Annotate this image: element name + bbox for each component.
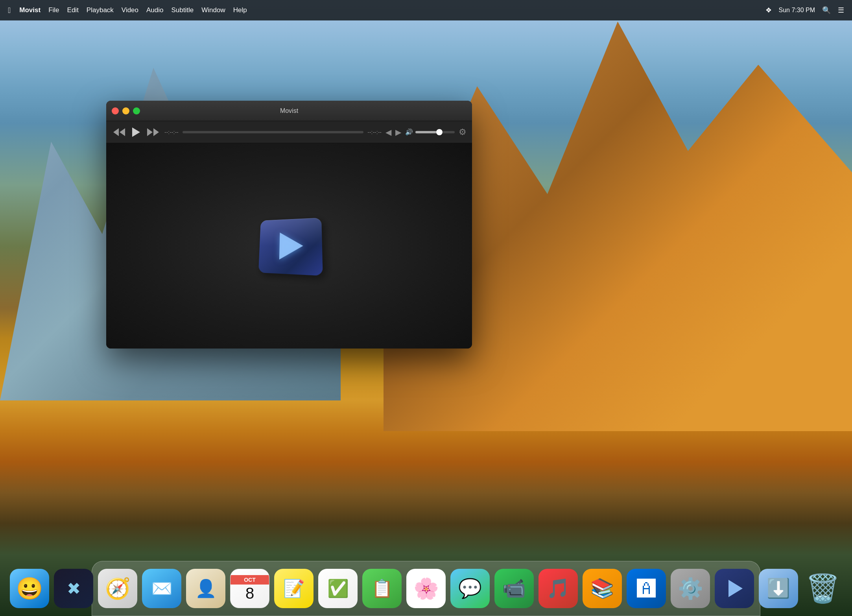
controls-bar: --:--:-- --:--:-- ◀ ▶ 🔊 ⚙ bbox=[106, 121, 472, 143]
dock-item-trash[interactable]: 🗑️ bbox=[803, 569, 842, 608]
list-icon[interactable]: ☰ bbox=[838, 6, 844, 15]
photos-icon: 🌸 bbox=[413, 577, 439, 601]
rewind-icon bbox=[113, 128, 125, 136]
dock-item-photos[interactable]: 🌸 bbox=[406, 569, 446, 608]
calendar-month: OCT bbox=[231, 575, 269, 585]
rewind-tri-1 bbox=[113, 128, 119, 136]
settings-button[interactable]: ⚙ bbox=[459, 127, 467, 137]
dock: 😀 ✖ 🧭 ✉️ 👤 OCT 8 📝 ✅ 📋 🌸 💬 📹 bbox=[92, 561, 760, 616]
books-icon: 📚 bbox=[590, 577, 614, 599]
title-bar: Movist bbox=[106, 101, 472, 121]
apple-menu[interactable]:  bbox=[8, 6, 11, 15]
fwd-tri-1 bbox=[147, 128, 153, 136]
rewind-tri-2 bbox=[120, 128, 125, 136]
movist-icon-play-triangle bbox=[279, 232, 303, 260]
mail-icon: ✉️ bbox=[151, 578, 173, 599]
dock-item-safari[interactable]: 🧭 bbox=[98, 569, 137, 608]
menu-playback[interactable]: Playback bbox=[87, 6, 114, 14]
reminders-icon: ✅ bbox=[327, 578, 349, 599]
finder-icon: 😀 bbox=[16, 576, 43, 601]
dock-item-movist[interactable] bbox=[715, 569, 754, 608]
facetime-icon: 📹 bbox=[502, 577, 526, 599]
volume-control: 🔊 bbox=[405, 128, 455, 136]
window-minimize-button[interactable] bbox=[122, 107, 129, 114]
menu-audio[interactable]: Audio bbox=[146, 6, 163, 14]
menubar:  Movist File Edit Playback Video Audio … bbox=[0, 0, 852, 20]
movist-window: Movist --:--:-- --:--:-- bbox=[106, 101, 472, 349]
volume-icon: 🔊 bbox=[405, 128, 413, 136]
dock-item-stickies[interactable]: 📋 bbox=[362, 569, 402, 608]
stickies-icon: 📋 bbox=[371, 578, 393, 599]
rewind-button[interactable] bbox=[112, 127, 127, 138]
play-icon bbox=[132, 127, 140, 137]
dock-item-books[interactable]: 📚 bbox=[583, 569, 622, 608]
appstore-icon: 🅰 bbox=[637, 578, 656, 599]
window-title: Movist bbox=[280, 107, 298, 114]
progress-bar[interactable] bbox=[183, 131, 363, 133]
movist-dock-icon bbox=[728, 580, 743, 597]
trash-icon: 🗑️ bbox=[806, 572, 840, 605]
siri-icon[interactable]: ❖ bbox=[765, 6, 772, 15]
dock-item-finder[interactable]: 😀 bbox=[10, 569, 49, 608]
menubar-datetime: Sun 7:30 PM bbox=[779, 7, 815, 14]
syspref-icon: ⚙️ bbox=[678, 577, 703, 601]
calendar-date: 8 bbox=[245, 585, 254, 602]
dock-item-calendar[interactable]: OCT 8 bbox=[230, 569, 269, 608]
menu-video[interactable]: Video bbox=[122, 6, 138, 14]
menubar-right: ❖ Sun 7:30 PM 🔍 ☰ bbox=[765, 6, 845, 15]
movist-icon-background bbox=[258, 218, 323, 276]
next-chapter-button[interactable]: ▶ bbox=[395, 127, 401, 137]
dock-item-music[interactable]: 🎵 bbox=[538, 569, 578, 608]
dock-item-downloads[interactable]: ⬇️ bbox=[759, 569, 798, 608]
menu-movist[interactable]: Movist bbox=[19, 6, 41, 14]
time-end: --:--:-- bbox=[367, 129, 382, 135]
menu-help[interactable]: Help bbox=[233, 6, 247, 14]
menu-subtitle[interactable]: Subtitle bbox=[172, 6, 194, 14]
menu-file[interactable]: File bbox=[48, 6, 59, 14]
dock-item-facetime[interactable]: 📹 bbox=[494, 569, 534, 608]
downloads-icon: ⬇️ bbox=[767, 577, 790, 599]
calendar-inner: OCT 8 bbox=[231, 569, 269, 608]
music-icon: 🎵 bbox=[546, 577, 570, 599]
volume-slider[interactable] bbox=[415, 131, 455, 133]
dock-item-notes[interactable]: 📝 bbox=[274, 569, 314, 608]
menu-edit[interactable]: Edit bbox=[67, 6, 79, 14]
safari-icon: 🧭 bbox=[105, 577, 131, 601]
contacts-icon: 👤 bbox=[195, 578, 217, 599]
dock-item-messages[interactable]: 💬 bbox=[450, 569, 490, 608]
time-start: --:--:-- bbox=[164, 129, 179, 135]
dock-item-launchpad[interactable]: ✖ bbox=[54, 569, 93, 608]
volume-thumb bbox=[436, 129, 443, 135]
search-icon[interactable]: 🔍 bbox=[822, 6, 831, 15]
dock-item-syspref[interactable]: ⚙️ bbox=[671, 569, 710, 608]
menu-window[interactable]: Window bbox=[201, 6, 225, 14]
fast-forward-icon bbox=[147, 128, 159, 136]
dock-item-mail[interactable]: ✉️ bbox=[142, 569, 181, 608]
dock-item-contacts[interactable]: 👤 bbox=[186, 569, 225, 608]
window-close-button[interactable] bbox=[112, 107, 119, 114]
volume-fill bbox=[415, 131, 437, 133]
video-area[interactable] bbox=[106, 143, 472, 349]
dock-item-appstore[interactable]: 🅰 bbox=[627, 569, 666, 608]
fast-forward-button[interactable] bbox=[146, 127, 160, 138]
play-button[interactable] bbox=[131, 126, 142, 138]
launchpad-icon: ✖ bbox=[67, 579, 81, 598]
prev-chapter-button[interactable]: ◀ bbox=[385, 127, 391, 137]
messages-icon: 💬 bbox=[458, 577, 482, 599]
window-maximize-button[interactable] bbox=[133, 107, 140, 114]
dock-item-reminders[interactable]: ✅ bbox=[318, 569, 358, 608]
movist-app-icon bbox=[258, 218, 321, 273]
fwd-tri-2 bbox=[153, 128, 159, 136]
notes-icon: 📝 bbox=[283, 578, 305, 599]
